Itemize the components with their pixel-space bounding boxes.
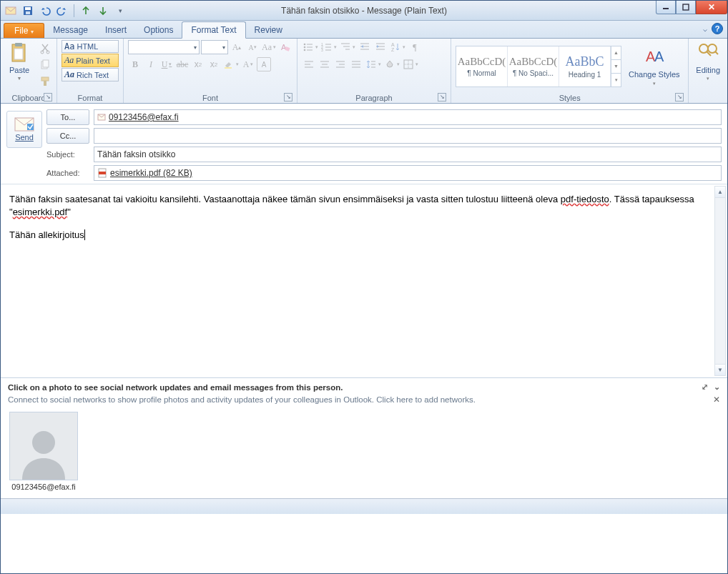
tab-message[interactable]: Message [44, 22, 97, 38]
subject-field[interactable]: Tähän faksin otsikko [94, 147, 722, 162]
numbering-icon[interactable]: 123 [320, 40, 338, 54]
svg-text:A: A [391, 42, 395, 47]
message-body[interactable]: Tähän faksin saatesanat tai vakioitu kan… [1, 184, 727, 377]
tab-file[interactable]: File [4, 23, 44, 38]
find-icon [697, 41, 719, 64]
title-bar: ▾ Tähän faksin otsikko - Message (Plain … [1, 1, 727, 21]
maximize-button[interactable] [676, 1, 696, 14]
next-item-icon[interactable] [96, 4, 110, 18]
paste-button[interactable]: Paste ▼ [5, 40, 34, 82]
group-label-styles: Styles [559, 94, 581, 102]
copy-icon[interactable] [38, 58, 52, 72]
scroll-up-icon[interactable]: ▲ [715, 187, 725, 198]
dialog-launcher-icon[interactable]: ↘ [44, 93, 52, 102]
format-html-button[interactable]: AaHTML [62, 40, 119, 53]
attachment-field[interactable]: esimerkki.pdf (82 KB) [94, 165, 722, 181]
gallery-up-icon[interactable]: ▲ [611, 46, 621, 60]
minimize-button[interactable] [656, 1, 676, 14]
subject-label: Subject: [46, 150, 89, 159]
shading-icon[interactable] [383, 57, 400, 71]
cc-field[interactable] [94, 128, 722, 144]
editing-button[interactable]: Editing▾ [693, 40, 723, 83]
qat-customize-icon[interactable]: ▾ [113, 4, 127, 18]
highlight-icon[interactable] [222, 57, 240, 71]
undo-icon[interactable] [38, 4, 52, 18]
close-button[interactable]: ✕ [696, 1, 727, 14]
increase-indent-icon[interactable] [373, 40, 388, 54]
align-center-icon[interactable] [318, 57, 332, 71]
style-heading-1[interactable]: AaBbCHeading 1 [559, 46, 611, 86]
gallery-down-icon[interactable]: ▼ [611, 60, 621, 74]
svg-rect-14 [44, 81, 46, 86]
people-pane-heading: Click on a photo to see social network u… [8, 383, 343, 392]
dialog-launcher-icon[interactable]: ↘ [438, 93, 446, 102]
minimize-ribbon-icon[interactable]: ⌵ [703, 25, 707, 33]
svg-text:A: A [654, 49, 664, 64]
tab-insert[interactable]: Insert [97, 22, 135, 38]
to-button[interactable]: To... [46, 109, 89, 125]
collapse-icon[interactable]: ⌄ [714, 382, 720, 392]
people-pane-subtext[interactable]: Connect to social networks to show profi… [8, 395, 476, 404]
previous-item-icon[interactable] [79, 4, 93, 18]
style-normal[interactable]: AaBbCcD(¶ Normal [456, 46, 508, 86]
tab-review[interactable]: Review [246, 22, 291, 38]
bullets-icon[interactable] [302, 40, 319, 54]
justify-icon[interactable] [349, 57, 363, 71]
cut-icon[interactable] [38, 41, 52, 56]
font-color-icon[interactable]: A [241, 57, 255, 71]
svg-rect-13 [41, 77, 49, 81]
align-left-icon[interactable] [302, 57, 316, 71]
decrease-indent-icon[interactable] [358, 40, 372, 54]
vertical-scrollbar[interactable]: ▲ ▼ [714, 186, 726, 376]
font-size-combo[interactable] [201, 40, 228, 54]
contact-card[interactable]: 09123456@efax.fi [9, 412, 78, 491]
strikethrough-icon[interactable]: abc [175, 57, 190, 71]
clear-formatting-icon[interactable]: A [278, 40, 292, 54]
format-painter-icon[interactable] [38, 74, 52, 89]
dismiss-icon[interactable]: ✕ [713, 395, 720, 405]
gallery-more-icon[interactable]: ▾ [611, 74, 621, 86]
change-case-icon[interactable]: Aa [261, 40, 277, 54]
send-button[interactable]: Send [6, 111, 42, 148]
line-spacing-icon[interactable] [365, 57, 382, 71]
save-icon[interactable] [21, 4, 35, 18]
align-right-icon[interactable] [333, 57, 348, 71]
sort-icon[interactable]: AZ [389, 40, 406, 54]
borders-icon[interactable] [402, 57, 419, 71]
show-marks-icon[interactable]: ¶ [408, 40, 422, 54]
font-family-combo[interactable] [128, 40, 200, 54]
redo-icon[interactable] [55, 4, 69, 18]
tab-options[interactable]: Options [135, 22, 182, 38]
change-styles-button[interactable]: AA Change Styles▾ [626, 44, 683, 87]
to-field[interactable]: 09123456@efax.fi [94, 109, 722, 125]
italic-icon[interactable]: I [144, 57, 158, 71]
contact-email: 09123456@efax.fi [11, 483, 75, 491]
expand-icon[interactable]: ⤢ [702, 382, 708, 392]
character-border-icon[interactable]: A [257, 57, 271, 71]
dialog-launcher-icon[interactable]: ↘ [675, 93, 684, 102]
shrink-font-icon[interactable]: A▾ [245, 40, 260, 54]
style-no-spacing[interactable]: AaBbCcD(¶ No Spaci... [508, 46, 559, 86]
format-plain-text-button[interactable]: AaPlain Text [62, 54, 119, 67]
tab-format-text[interactable]: Format Text [182, 21, 245, 39]
group-font: A▴ A▾ Aa A B I U abc x2 x2 A A Font↘ [124, 39, 297, 103]
app-icon[interactable] [4, 4, 18, 18]
dialog-launcher-icon[interactable]: ↘ [284, 93, 292, 102]
multilevel-list-icon[interactable] [339, 40, 356, 54]
superscript-icon[interactable]: x2 [207, 57, 221, 71]
help-icon[interactable]: ? [712, 23, 723, 34]
underline-icon[interactable]: U [159, 57, 174, 71]
avatar-placeholder-icon [9, 412, 78, 480]
format-rich-text-button[interactable]: AaRich Text [62, 68, 119, 81]
group-format: AaHTML AaPlain Text AaRich Text Format [57, 39, 124, 103]
group-clipboard: Paste ▼ Clipboard↘ [1, 39, 57, 103]
svg-rect-7 [15, 43, 22, 46]
scroll-down-icon[interactable]: ▼ [715, 364, 725, 375]
cc-button[interactable]: Cc... [46, 128, 89, 144]
subscript-icon[interactable]: x2 [191, 57, 205, 71]
styles-gallery[interactable]: AaBbCcD(¶ Normal AaBbCcD(¶ No Spaci... A… [456, 46, 621, 87]
to-value[interactable]: 09123456@efax.fi [109, 112, 179, 122]
grow-font-icon[interactable]: A▴ [230, 40, 244, 54]
attachment-name[interactable]: esimerkki.pdf (82 KB) [110, 168, 192, 178]
bold-icon[interactable]: B [128, 57, 142, 71]
